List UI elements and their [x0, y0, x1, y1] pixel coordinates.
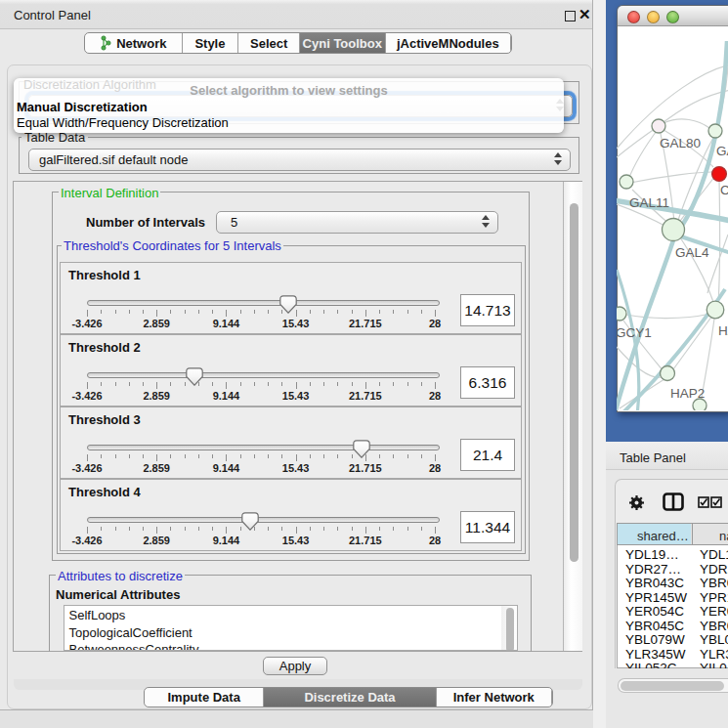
svg-text:GAL80: GAL80: [660, 136, 701, 150]
svg-text:CA: CA: [720, 183, 728, 197]
svg-text:GAL4: GAL4: [675, 245, 709, 260]
svg-text:GA: GA: [716, 144, 728, 158]
svg-text:GCY1: GCY1: [617, 325, 652, 340]
svg-text:HAP2: HAP2: [670, 386, 705, 401]
svg-text:GAL11: GAL11: [629, 195, 669, 210]
svg-text:HA: HA: [718, 323, 728, 338]
